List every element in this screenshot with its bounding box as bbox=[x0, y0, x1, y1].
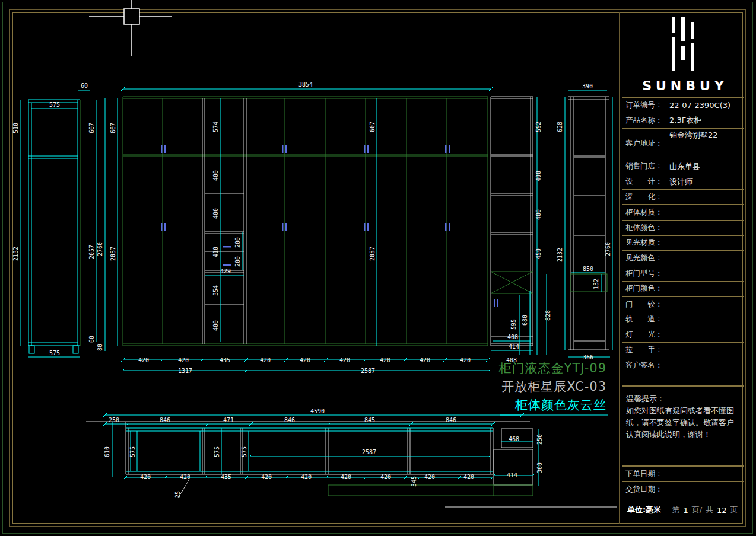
title-block-row: 柜体材质： bbox=[622, 205, 744, 221]
dim-label: 607 bbox=[369, 122, 376, 132]
title-block-row: 设 计：设计师 bbox=[622, 174, 744, 190]
field-label: 深 化： bbox=[622, 190, 666, 204]
order-date-value bbox=[666, 467, 744, 481]
title-block-row: 门 铰： bbox=[622, 297, 744, 312]
order-date-row: 下单日期： bbox=[622, 467, 744, 482]
dim-label: 250 bbox=[536, 434, 543, 445]
field-value: 山东单县 bbox=[666, 159, 744, 174]
delivery-date-value bbox=[666, 482, 744, 497]
dim-label: 846 bbox=[160, 417, 170, 423]
dim-label: 2760 bbox=[605, 242, 611, 256]
dim-label: 680 bbox=[522, 315, 528, 326]
order-date-label: 下单日期： bbox=[622, 467, 666, 481]
dim-label: 1317 bbox=[178, 368, 192, 374]
brand-name: SUNBUY bbox=[638, 78, 728, 93]
dim-label: 2132 bbox=[557, 248, 563, 262]
dim-label: 575 bbox=[129, 446, 136, 457]
dim-label: 420 bbox=[341, 474, 351, 480]
dim-label: 450 bbox=[535, 248, 542, 259]
field-label: 客户地址： bbox=[622, 129, 666, 159]
dim-label: 575 bbox=[49, 101, 60, 108]
field-value bbox=[666, 236, 744, 251]
page-total: 12 bbox=[717, 506, 727, 515]
dim-label: 2132 bbox=[12, 247, 19, 261]
dim-label: 468 bbox=[509, 436, 519, 442]
dim-label: 2057 bbox=[110, 247, 116, 261]
drawer-column bbox=[202, 98, 246, 344]
dim-label: 628 bbox=[557, 122, 563, 132]
title-block: SUNBUY 订单编号：22-07-2390C(3)产品名称：2.3F衣柜客户地… bbox=[622, 12, 744, 523]
dim-label: 420 bbox=[180, 474, 190, 480]
field-label: 设 计： bbox=[622, 174, 666, 189]
field-label: 见光材质： bbox=[622, 236, 666, 251]
field-value: 设计师 bbox=[666, 174, 744, 189]
dim-label: 400 bbox=[212, 170, 219, 181]
notice-cell: 温馨提示： 如您对图纸有疑问或者看不懂图纸，请不要签字确认。敬请客户认真阅读此说… bbox=[622, 390, 744, 467]
title-block-row: 订单编号：22-07-2390C(3) bbox=[622, 98, 744, 113]
title-block-row: 柜门型号： bbox=[622, 266, 744, 282]
annotation-open-cabinet-material: 开放柜星辰XC-03 bbox=[475, 378, 606, 396]
dim-label: 420 bbox=[138, 357, 149, 363]
dim-label: 132 bbox=[593, 279, 599, 289]
dim-label: 60 bbox=[81, 82, 88, 89]
dim-label: 420 bbox=[260, 357, 271, 363]
dim-label: 850 bbox=[583, 266, 593, 272]
dim-label: 607 bbox=[110, 123, 116, 133]
field-value bbox=[666, 205, 744, 220]
field-value bbox=[666, 343, 744, 358]
title-block-row: 轨 道： bbox=[622, 312, 744, 328]
dim-label: 828 bbox=[545, 310, 551, 321]
dim-label: 574 bbox=[212, 122, 219, 132]
dim-label: 510 bbox=[12, 123, 19, 133]
field-label: 灯 光： bbox=[622, 327, 666, 342]
dim-label: 400 bbox=[212, 208, 219, 219]
annotation-door-material: 柜门液态金YTJ-09 bbox=[475, 359, 606, 378]
delivery-date-row: 交货日期： bbox=[622, 482, 744, 497]
field-value bbox=[666, 297, 744, 312]
dim-label: 60 bbox=[88, 336, 95, 343]
dim-label: 420 bbox=[301, 474, 312, 480]
dim-label: 410 bbox=[212, 247, 219, 257]
dim-label: 3854 bbox=[298, 81, 313, 88]
field-label: 订单编号： bbox=[622, 98, 666, 113]
brand-logo: SUNBUY bbox=[622, 12, 744, 98]
field-label: 见光颜色： bbox=[622, 251, 666, 266]
dim-label: 390 bbox=[582, 83, 593, 90]
page-indicator: 第 1 页/ 共 12 页 bbox=[666, 497, 744, 523]
field-value bbox=[666, 190, 744, 204]
field-value bbox=[666, 312, 744, 327]
elevation-dim-lines bbox=[117, 89, 547, 371]
dim-label: 400 bbox=[535, 209, 542, 220]
dim-label: 420 bbox=[463, 474, 474, 480]
field-value bbox=[666, 251, 744, 266]
dim-label: 420 bbox=[140, 474, 151, 480]
title-block-row: 销售门店：山东单县 bbox=[622, 159, 744, 175]
dim-label: 414 bbox=[509, 343, 519, 350]
dim-label: 420 bbox=[339, 357, 350, 363]
dim-label: 2057 bbox=[88, 245, 95, 259]
dim-label: 575 bbox=[241, 446, 247, 457]
drawing-canvas[interactable]: 6057551021326072057276060805753854607205… bbox=[0, 0, 620, 536]
field-label: 柜体材质： bbox=[622, 205, 666, 220]
dim-label: 414 bbox=[507, 472, 517, 478]
title-block-row: 客户地址：铂金湾别墅22 bbox=[622, 129, 744, 159]
title-block-row: 见光材质： bbox=[622, 236, 744, 251]
dim-label: 595 bbox=[510, 319, 517, 330]
brand-logo-icon bbox=[672, 17, 694, 71]
dim-label: 2587 bbox=[362, 449, 376, 455]
title-block-row: 产品名称：2.3F衣柜 bbox=[622, 113, 744, 129]
field-label: 柜门颜色： bbox=[622, 282, 666, 296]
plinth-lines bbox=[328, 485, 533, 496]
material-annotations: 柜门液态金YTJ-09 开放柜星辰XC-03 柜体颜色灰云丝 bbox=[475, 359, 606, 414]
field-value: 铂金湾别墅22 bbox=[666, 129, 744, 159]
dim-label: 471 bbox=[223, 417, 234, 423]
dim-label: 200 bbox=[234, 256, 241, 267]
dim-label: 610 bbox=[104, 446, 110, 457]
title-block-row: 灯 光： bbox=[622, 327, 744, 343]
open-shelf-unit bbox=[491, 97, 533, 346]
field-label: 拉 手： bbox=[622, 343, 666, 358]
plan-view bbox=[86, 415, 608, 498]
crosshair-cursor bbox=[89, 0, 172, 56]
dim-label: 420 bbox=[300, 357, 310, 363]
title-block-fields: 订单编号：22-07-2390C(3)产品名称：2.3F衣柜客户地址：铂金湾别墅… bbox=[622, 98, 744, 358]
